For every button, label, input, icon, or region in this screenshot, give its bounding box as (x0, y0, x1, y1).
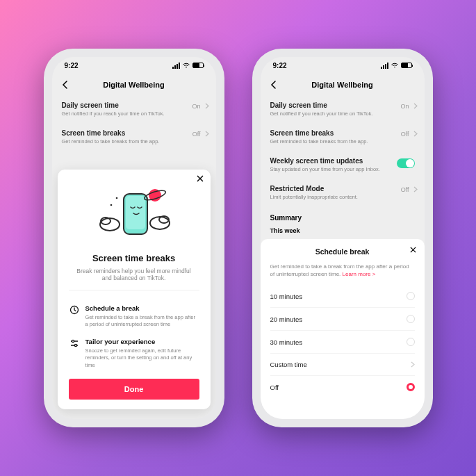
svg-point-9 (115, 197, 117, 199)
screen-left: 9:22 Digital Wellbeing Daily screen time… (52, 57, 216, 419)
row-value: On (192, 103, 200, 110)
clock-icon (69, 304, 80, 328)
svg-rect-6 (126, 196, 145, 229)
chevron-right-icon (413, 103, 418, 109)
svg-point-12 (72, 340, 74, 343)
status-time: 9:22 (273, 62, 287, 69)
feature-title: Schedule a break (85, 304, 199, 312)
tab-this-week[interactable]: This week (261, 224, 425, 234)
close-icon (410, 247, 416, 253)
row-screen-time-breaks[interactable]: Screen time breaks Get reminded to take … (261, 124, 425, 151)
divider (69, 290, 199, 290)
row-subtitle: Get reminded to take breaks from the app… (270, 138, 415, 145)
radio-icon (407, 315, 415, 323)
chevron-right-icon (413, 186, 418, 192)
schedule-break-sheet: Schedule break Get reminded to take a br… (261, 239, 425, 419)
row-value: Off (401, 186, 409, 193)
phone-right: 9:22 Digital Wellbeing Daily screen time… (252, 49, 433, 427)
feature-desc: Get reminded to take a break from the ap… (85, 314, 199, 328)
radio-icon (407, 292, 415, 300)
svg-point-10 (110, 204, 112, 206)
row-subtitle: Get reminded to take breaks from the app… (62, 138, 206, 145)
svg-point-14 (394, 67, 395, 68)
weekly-toggle[interactable] (397, 158, 415, 168)
svg-point-13 (74, 345, 76, 347)
status-bar: 9:22 (52, 57, 216, 74)
screen-time-breaks-modal: Screen time breaks Break reminders help … (58, 170, 211, 409)
chevron-left-icon (62, 81, 69, 89)
status-bar: 9:22 (261, 57, 425, 74)
row-daily-screen-time[interactable]: Daily screen time Get notified if you re… (261, 96, 425, 124)
radio-icon (407, 338, 415, 346)
summary-header: Summary (261, 207, 425, 224)
illustration (69, 181, 199, 250)
row-subtitle: Get notified if you reach your time on T… (62, 110, 206, 117)
sheet-description: Get reminded to take a break from the ap… (270, 263, 415, 278)
chevron-right-icon (411, 361, 415, 368)
back-button[interactable] (62, 81, 69, 89)
sheet-title: Schedule break (270, 247, 415, 256)
row-daily-screen-time[interactable]: Daily screen time Get notified if you re… (52, 96, 216, 124)
modal-subtitle: Break reminders help you feel more mindf… (69, 268, 199, 281)
close-icon (197, 175, 204, 182)
signal-icon (172, 63, 180, 69)
row-value: On (400, 103, 409, 110)
chevron-left-icon (270, 81, 277, 89)
row-screen-time-breaks[interactable]: Screen time breaks Get reminded to take … (52, 124, 216, 151)
row-title: Daily screen time (62, 101, 206, 109)
row-title: Daily screen time (270, 101, 415, 109)
screen-right: 9:22 Digital Wellbeing Daily screen time… (261, 57, 425, 419)
back-button[interactable] (270, 81, 277, 89)
row-value: Off (401, 131, 409, 138)
sliders-icon (69, 338, 80, 368)
page-title: Digital Wellbeing (103, 81, 164, 89)
radio-selected-icon (407, 383, 415, 391)
chevron-right-icon (413, 131, 418, 137)
option-custom[interactable]: Custom time (270, 354, 415, 376)
battery-icon (401, 63, 412, 68)
row-title: Weekly screen time updates (270, 157, 415, 165)
option-30-min[interactable]: 30 minutes (270, 331, 415, 354)
row-title: Restricted Mode (270, 185, 415, 192)
chevron-right-icon (205, 131, 209, 137)
feature-title: Tailor your experience (85, 338, 199, 345)
svg-point-0 (186, 67, 187, 68)
row-subtitle: Get notified if you reach your time on T… (270, 110, 415, 117)
phone-left: 9:22 Digital Wellbeing Daily screen time… (44, 49, 224, 427)
done-button[interactable]: Done (69, 379, 199, 400)
nav-bar: Digital Wellbeing (261, 74, 425, 96)
feature-tailor: Tailor your experience Snooze to get rem… (69, 338, 199, 368)
modal-title: Screen time breaks (69, 253, 199, 263)
feature-schedule: Schedule a break Get reminded to take a … (69, 304, 199, 328)
option-off[interactable]: Off (270, 376, 415, 398)
wifi-icon (391, 63, 398, 68)
row-value: Off (192, 131, 201, 138)
row-subtitle: Limit potentially inappropriate content. (270, 194, 415, 200)
signal-icon (381, 63, 388, 69)
feature-desc: Snooze to get reminded again, edit futur… (85, 347, 199, 368)
battery-icon (192, 63, 204, 68)
wifi-icon (183, 63, 190, 68)
close-button[interactable] (410, 247, 416, 253)
learn-more-link[interactable]: Learn more > (343, 271, 376, 277)
row-restricted-mode[interactable]: Restricted Mode Limit potentially inappr… (261, 179, 425, 207)
row-subtitle: Stay updated on your time from your app … (270, 166, 415, 172)
row-weekly-updates[interactable]: Weekly screen time updates Stay updated … (261, 151, 425, 179)
option-10-min[interactable]: 10 minutes (270, 285, 415, 308)
nav-bar: Digital Wellbeing (52, 74, 216, 96)
chevron-right-icon (205, 103, 209, 109)
page-title: Digital Wellbeing (311, 81, 372, 89)
row-title: Screen time breaks (62, 129, 206, 137)
close-button[interactable] (197, 175, 204, 182)
option-20-min[interactable]: 20 minutes (270, 308, 415, 331)
row-title: Screen time breaks (270, 129, 415, 137)
status-time: 9:22 (65, 62, 79, 69)
